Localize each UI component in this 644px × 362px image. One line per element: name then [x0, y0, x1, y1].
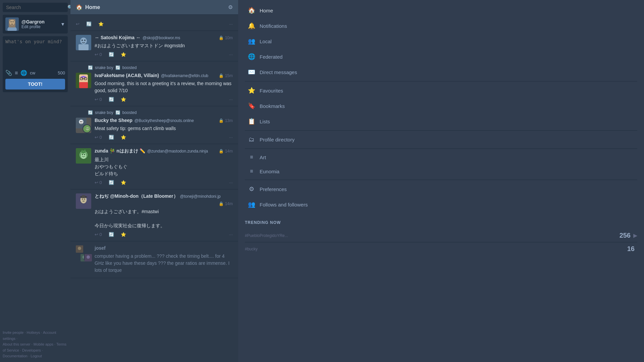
mobile-apps-link[interactable]: Mobile apps [34, 342, 53, 346]
boost-button[interactable]: 🔄 [109, 135, 114, 140]
more-button[interactable]: ··· [229, 180, 233, 185]
trending-item-1[interactable]: #PuebloProtegidoYRe... 256 ▶ [245, 229, 637, 242]
booster-name: snake boy [95, 110, 113, 115]
post-meta: ↔ Satoshi Kojima ↔ @skoji@bookwor.ms 🔒 1… [95, 35, 233, 57]
svg-rect-21 [79, 82, 88, 88]
post-toneji: とねぢ @Minoh-don（Late Bloomer） @toneji@min… [70, 189, 238, 241]
post-header: Bucky the Sheep @Buckythesheep@snouts.on… [76, 118, 233, 140]
boost-button[interactable]: 🔄 [109, 232, 114, 237]
post-zunda: zunda 🎋 nはおまけ ✏️ @zundan@mastodon.zunda.… [70, 144, 238, 189]
federated-icon: 🌐 [248, 53, 256, 60]
search-box[interactable]: 🔍 [3, 3, 68, 12]
reply-button[interactable]: ↩ 0 [95, 232, 102, 237]
reply-button[interactable]: ↩ [76, 21, 79, 26]
post-time: 🔒 15m [219, 73, 233, 78]
account-dropdown-icon[interactable]: ▼ [60, 21, 65, 27]
author-handle: @zundan@mastodon.zunda.ninja [147, 149, 208, 154]
boost-button[interactable]: 🔄 [109, 97, 114, 102]
compose-textarea[interactable] [5, 39, 65, 66]
boosted-label: boosted [122, 110, 137, 115]
follows-icon: 👥 [248, 201, 256, 208]
author-line: josef [95, 245, 233, 251]
sidebar-item-bookmarks[interactable]: 🔖 Bookmarks [241, 98, 641, 114]
reply-button[interactable]: ↩ 0 [95, 135, 102, 140]
sidebar-item-home[interactable]: 🏠 Home [241, 3, 641, 18]
developers-link[interactable]: Developers [22, 348, 41, 352]
attach-icon[interactable]: 📎 [5, 70, 12, 76]
post-actions: ↩ 0 🔄 ⭐ ··· [95, 232, 233, 237]
feed-title-text: Home [85, 4, 100, 10]
cw-label[interactable]: cw [30, 70, 35, 75]
post-actions: ↩ 0 🔄 ⭐ ··· [95, 180, 233, 185]
sidebar-item-lists[interactable]: 📋 Lists [241, 114, 641, 129]
about-server-link[interactable]: About this server [3, 342, 31, 346]
feed-content: ↩ 🔄 ⭐ ··· [70, 15, 238, 362]
boost-button[interactable]: 🔄 [109, 180, 114, 185]
svg-point-28 [86, 127, 89, 130]
logout-link[interactable]: Logout [31, 354, 42, 358]
post-satoshi: ↔ Satoshi Kojima ↔ @skoji@bookwor.ms 🔒 1… [70, 31, 238, 61]
post-meta: とねぢ @Minoh-don（Late Bloomer） @toneji@min… [95, 193, 233, 237]
svg-point-8 [80, 38, 87, 44]
sidebar-item-federated[interactable]: 🌐 Federated [241, 49, 641, 64]
svg-point-10 [82, 40, 83, 41]
footer-links: Invite people · Hotkeys · Account settin… [3, 330, 68, 359]
boost-icon: 🔄 [88, 110, 93, 115]
account-name: @Gargron [21, 19, 58, 24]
art-label: Art [260, 155, 266, 160]
reply-button[interactable]: ↩ 0 [95, 52, 102, 57]
trending-count-1: 256 [620, 232, 631, 239]
trending-section: TRENDING NOW #PuebloProtegidoYRe... 256 … [238, 215, 644, 261]
list-icon[interactable]: ≡ [15, 70, 18, 76]
svg-point-30 [88, 128, 89, 129]
account-box[interactable]: @Gargron Edit profile ▼ [3, 15, 68, 34]
boost-button[interactable]: 🔄 [109, 52, 114, 57]
iva-avatar [76, 73, 91, 88]
account-edit: Edit profile [21, 24, 58, 29]
federated-label: Federated [260, 54, 282, 60]
fav-button[interactable]: ⭐ [98, 21, 104, 26]
sidebar-item-preferences[interactable]: ⚙ Preferences [241, 181, 641, 197]
fav-button[interactable]: ⭐ [121, 232, 126, 237]
documentation-link[interactable]: Documentation [3, 354, 28, 358]
sidebar-item-favourites[interactable]: ⭐ Favourites [241, 83, 641, 98]
more-button[interactable]: ··· [229, 52, 233, 57]
more-button[interactable]: ··· [229, 135, 233, 140]
toot-button[interactable]: TOOT! [5, 79, 65, 89]
sidebar-item-eunomia[interactable]: ≡ Eunomia [241, 164, 641, 178]
globe-icon[interactable]: 🌐 [20, 70, 27, 76]
boost-button[interactable]: 🔄 [86, 21, 92, 26]
post-content: Meat safety tip: germs can't climb walls [95, 125, 233, 132]
reply-button[interactable]: ↩ 0 [95, 180, 102, 185]
fav-button[interactable]: ⭐ [121, 97, 126, 102]
search-input[interactable] [6, 5, 65, 10]
author-handle: @Buckythesheep@snouts.online [135, 118, 194, 123]
sidebar-item-art[interactable]: ≡ Art [241, 150, 641, 164]
author-handle: @lvafakename@efdn.club [161, 73, 208, 78]
feed-settings-icon[interactable]: ⚙ [228, 4, 233, 10]
bookmarks-label: Bookmarks [260, 103, 285, 109]
post-meta: IvaFakeName (ACAB, Villain) @lvafakename… [95, 73, 233, 102]
preferences-label: Preferences [260, 186, 287, 192]
hotkeys-link[interactable]: Hotkeys [27, 330, 40, 335]
sidebar-item-direct-messages[interactable]: ✉️ Direct messages [241, 64, 641, 80]
invite-people-link[interactable]: Invite people [3, 330, 23, 335]
more-button[interactable]: ··· [229, 21, 233, 26]
sidebar-item-follows-followers[interactable]: 👥 Follows and followers [241, 197, 641, 212]
sidebar-item-local[interactable]: 👥 Local [241, 34, 641, 49]
reply-button[interactable]: ↩ 0 [95, 97, 102, 102]
sidebar-item-profile-directory[interactable]: 🗂 Profile directory [241, 132, 641, 147]
trending-item-2[interactable]: #bucky 16 [245, 242, 637, 255]
zunda-avatar [76, 148, 91, 164]
more-button[interactable]: ··· [229, 97, 233, 102]
fav-button[interactable]: ⭐ [121, 135, 126, 140]
post-actions: ↩ 0 🔄 ⭐ ··· [95, 135, 233, 140]
more-button[interactable]: ··· [229, 232, 233, 237]
art-icon: ≡ [248, 154, 256, 160]
notifications-icon: 🔔 [248, 22, 256, 29]
fav-button[interactable]: ⭐ [121, 180, 126, 185]
sidebar-item-notifications[interactable]: 🔔 Notifications [241, 18, 641, 34]
post-meta: Bucky the Sheep @Buckythesheep@snouts.on… [95, 118, 233, 140]
nav-divider-2 [245, 130, 637, 131]
fav-button[interactable]: ⭐ [121, 52, 126, 57]
